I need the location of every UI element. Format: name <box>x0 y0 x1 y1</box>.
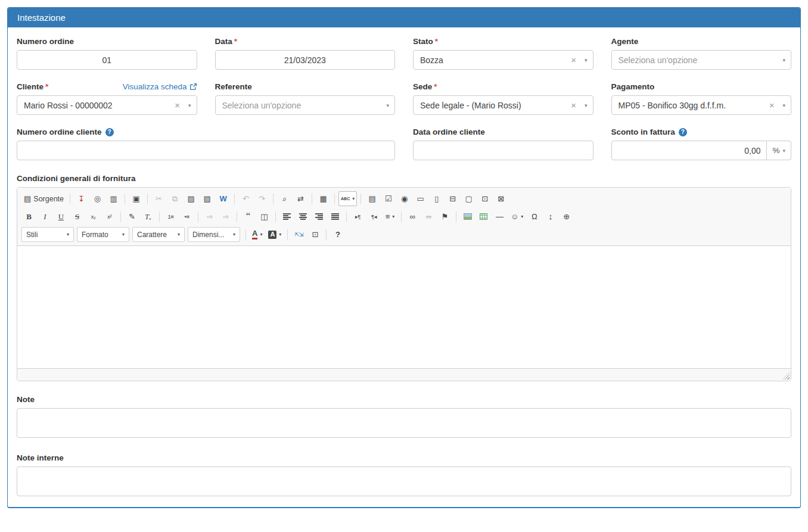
maximize-button[interactable]: ⇱⇲ <box>291 227 306 242</box>
numero-ordine-input[interactable] <box>17 50 197 70</box>
select-all-button[interactable]: ▦ <box>316 191 331 206</box>
agente-select[interactable]: Seleziona un'opzione ▾ <box>611 50 792 70</box>
clear-icon[interactable]: × <box>175 101 180 110</box>
bold-button[interactable]: B <box>21 209 36 224</box>
underline-button[interactable]: U <box>54 209 69 224</box>
paste-from-word-button[interactable]: W <box>216 191 231 206</box>
background-color-icon: A <box>268 231 276 239</box>
iframe-button[interactable]: ⊕ <box>559 209 574 224</box>
select-field-button[interactable]: ⊟ <box>445 191 460 206</box>
paste-as-text-button[interactable]: ▧ <box>200 191 215 206</box>
cliente-select[interactable]: Mario Rossi - 00000002 × ▾ <box>17 95 197 115</box>
subscript-button[interactable]: x₂ <box>86 209 101 224</box>
text-direction-rtl-button[interactable]: ¶◂ <box>366 209 381 224</box>
smiley-button[interactable]: ☺▾ <box>508 209 526 224</box>
templates-button[interactable]: ▣ <box>129 191 144 206</box>
checkbox-button[interactable]: ☑ <box>381 191 396 206</box>
page-break-button[interactable]: ↨ <box>543 209 558 224</box>
superscript-button[interactable]: x² <box>102 209 117 224</box>
about-button[interactable]: ? <box>330 227 345 242</box>
increase-indent-button[interactable]: »≡ <box>218 209 233 224</box>
toolbar-separator <box>234 194 235 204</box>
note-textarea[interactable] <box>17 408 791 438</box>
sconto-input[interactable] <box>611 141 767 160</box>
special-character-button[interactable]: Ω <box>527 209 542 224</box>
font-size-combo[interactable]: Dimensi...▾ <box>188 227 240 242</box>
table-button[interactable] <box>476 209 491 224</box>
clear-icon[interactable]: × <box>571 101 576 110</box>
field-sede: Sede* Sede legale - (Mario Rossi) × ▾ <box>413 82 593 115</box>
note-interne-textarea[interactable] <box>17 466 791 496</box>
clear-icon[interactable]: × <box>769 101 775 110</box>
visualizza-scheda-link[interactable]: Visualizza scheda <box>123 82 197 91</box>
copy-button[interactable]: ⧉ <box>167 191 182 206</box>
blockquote-button[interactable]: “ <box>241 209 256 224</box>
text-color-button[interactable]: A▾ <box>250 227 265 242</box>
text-field-button[interactable]: ▭ <box>413 191 428 206</box>
justify-block-button[interactable] <box>328 209 343 224</box>
decrease-indent-button[interactable]: «≡ <box>202 209 217 224</box>
help-icon[interactable]: ? <box>679 128 687 136</box>
image-button-button[interactable]: ⊡ <box>477 191 492 206</box>
hidden-field-button[interactable]: ⊠ <box>493 191 508 206</box>
preview-button[interactable]: ◎ <box>90 191 105 206</box>
create-div-button[interactable]: ◫ <box>257 209 272 224</box>
remove-format-button[interactable]: Tₓ <box>141 209 156 224</box>
link-button[interactable]: ∞ <box>405 209 420 224</box>
chevron-down-icon: ▾ <box>188 102 191 108</box>
data-input[interactable] <box>215 50 396 70</box>
export-pdf-button[interactable]: ↧ <box>74 191 89 206</box>
background-color-button[interactable]: A▾ <box>266 227 284 242</box>
toolbar-separator <box>147 194 148 204</box>
numero-ordine-cliente-input[interactable] <box>17 141 395 160</box>
justify-center-button[interactable] <box>296 209 310 224</box>
button-field-button[interactable]: ▢ <box>461 191 476 206</box>
sede-select[interactable]: Sede legale - (Mario Rossi) × ▾ <box>413 95 593 115</box>
clear-icon[interactable]: × <box>571 55 576 64</box>
data-ordine-cliente-input[interactable] <box>413 141 593 160</box>
condizioni-label: Condizioni generali di fornitura <box>17 173 791 183</box>
chevron-down-icon: ▾ <box>585 102 588 108</box>
hidden-field-icon: ⊠ <box>498 195 504 203</box>
language-button[interactable]: ≡▾ <box>383 209 397 224</box>
redo-button[interactable]: ↷ <box>254 191 269 206</box>
unlink-button[interactable]: ∞ <box>421 209 436 224</box>
paste-button[interactable]: ▨ <box>184 191 198 206</box>
bulleted-list-button[interactable]: •≡ <box>179 209 194 224</box>
textarea-field-button[interactable]: ▯ <box>429 191 444 206</box>
copy-formatting-button[interactable]: ✎ <box>125 209 139 224</box>
source-button[interactable]: ▤Sorgente <box>21 191 66 206</box>
styles-combo[interactable]: Stili▾ <box>21 227 74 242</box>
form-button[interactable]: ▤ <box>365 191 380 206</box>
spellcheck-button[interactable]: ABC▾ <box>338 191 357 206</box>
numbered-list-button[interactable]: 1≡ <box>163 209 178 224</box>
help-icon[interactable]: ? <box>105 128 114 136</box>
justify-left-button[interactable] <box>279 209 294 224</box>
editor-resize-handle[interactable] <box>782 372 790 379</box>
format-combo[interactable]: Formato▾ <box>77 227 129 242</box>
text-direction-ltr-button[interactable]: ▸¶ <box>350 209 365 224</box>
print-button[interactable]: ▥ <box>106 191 121 206</box>
image-button[interactable] <box>460 209 475 224</box>
sconto-input-group: % ▾ <box>611 141 792 160</box>
replace-button[interactable]: ⇄ <box>293 191 308 206</box>
show-blocks-button[interactable]: ⊡ <box>307 227 322 242</box>
toolbar-separator <box>312 194 312 204</box>
superscript-icon: x² <box>107 214 111 220</box>
pagamento-select[interactable]: MP05 - Bonifico 30gg d.f.f.m. × ▾ <box>611 95 792 115</box>
cut-button[interactable]: ✂ <box>151 191 166 206</box>
find-button[interactable]: ⌕ <box>277 191 292 206</box>
editor-content[interactable] <box>17 246 791 368</box>
undo-button[interactable]: ↶ <box>238 191 253 206</box>
strikethrough-button[interactable]: S <box>70 209 85 224</box>
referente-select[interactable]: Seleziona un'opzione ▾ <box>215 95 396 115</box>
stato-select[interactable]: Bozza × ▾ <box>413 50 593 70</box>
italic-button[interactable]: I <box>38 209 52 224</box>
radio-button-button[interactable]: ◉ <box>397 191 412 206</box>
justify-right-button[interactable] <box>312 209 327 224</box>
sconto-unit-dropdown[interactable]: % ▾ <box>767 141 791 160</box>
font-combo[interactable]: Carattere▾ <box>132 227 185 242</box>
show-blocks-icon: ⊡ <box>312 231 318 238</box>
horizontal-rule-button[interactable]: ― <box>492 209 507 224</box>
anchor-button[interactable]: ⚑ <box>437 209 452 224</box>
